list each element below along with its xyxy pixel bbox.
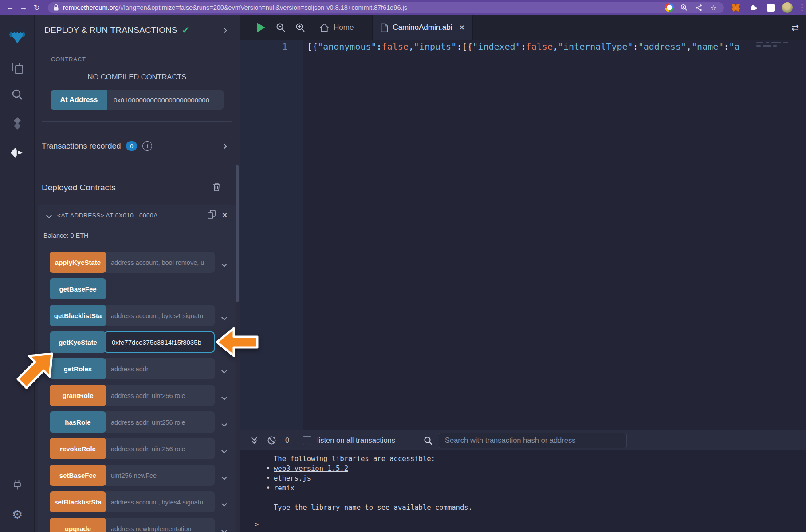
terminal-text: The following libraries are accessible:: [274, 454, 806, 464]
file-explorer-icon[interactable]: [8, 59, 27, 78]
back-arrow-icon[interactable]: ←: [4, 3, 17, 12]
function-button[interactable]: getBlacklistSta: [50, 305, 106, 326]
terminal-prompt[interactable]: >: [255, 520, 806, 529]
plugin-manager-icon[interactable]: [8, 475, 27, 495]
expand-args-control[interactable]: [222, 473, 226, 481]
info-icon[interactable]: i: [142, 141, 152, 151]
trash-icon[interactable]: [212, 182, 221, 193]
tab-close-icon[interactable]: ×: [460, 23, 464, 32]
extensions-puzzle-icon[interactable]: [748, 3, 759, 12]
collapse-terminal-double-chevron-icon[interactable]: [250, 436, 258, 445]
swap-panel-icon[interactable]: ⇄: [791, 22, 799, 33]
function-args-input[interactable]: [104, 438, 215, 459]
expand-args-control[interactable]: [222, 313, 226, 321]
metamask-fox-icon[interactable]: [731, 3, 741, 12]
home-icon: [319, 23, 329, 32]
contract-card-header[interactable]: <AT ADDRESS> AT 0X010...0000A ×: [38, 206, 236, 224]
function-args-input[interactable]: [104, 305, 215, 326]
transactions-recorded-row: Transactions recorded 0 i: [42, 138, 232, 154]
function-button[interactable]: revokeRole: [50, 438, 106, 459]
copy-icon[interactable]: [207, 209, 216, 221]
terminal-search-input[interactable]: [439, 433, 627, 448]
function-args-input[interactable]: [104, 465, 215, 486]
code-line-1[interactable]: [{"anonymous":false,"inputs":[{"indexed"…: [307, 41, 757, 52]
terminal-text: Type the library name to see available c…: [274, 503, 806, 512]
function-button[interactable]: upgrade: [50, 518, 106, 532]
expand-args-control[interactable]: [222, 393, 226, 401]
deploy-and-run-icon[interactable]: [8, 144, 27, 163]
search-icon[interactable]: [8, 85, 27, 104]
transactions-expand-chevron-icon[interactable]: [221, 143, 227, 149]
function-args-input[interactable]: [104, 358, 215, 379]
expand-args-control[interactable]: [222, 500, 226, 508]
code-area[interactable]: 1 [{"anonymous":false,"inputs":[{"indexe…: [240, 40, 806, 430]
function-args-input[interactable]: [104, 518, 215, 532]
chevron-down-icon: [221, 368, 227, 374]
expand-args-control[interactable]: [222, 526, 226, 532]
terminal-toolbar: 0 listen on all transactions: [240, 430, 806, 450]
zoom-in-icon[interactable]: [295, 23, 305, 32]
function-button[interactable]: getBaseFee: [50, 278, 106, 299]
divider: [42, 121, 232, 122]
function-button[interactable]: setBaseFee: [50, 465, 106, 486]
address-bar[interactable]: remix.ethereum.org/#lang=en&optimize=fal…: [48, 2, 724, 13]
chevron-down-icon: [221, 315, 227, 320]
reload-icon[interactable]: ↻: [30, 3, 43, 12]
zoom-out-icon[interactable]: [276, 23, 286, 32]
function-args-input[interactable]: [104, 331, 215, 353]
function-args-input[interactable]: [104, 491, 215, 512]
line-number-gutter: [240, 40, 303, 430]
terminal-panel: 0 listen on all transactions The followi…: [240, 430, 806, 532]
terminal-link[interactable]: ethers.js: [274, 473, 806, 483]
zoom-icon[interactable]: [679, 4, 689, 12]
function-row: setBlacklistSta: [50, 491, 215, 512]
terminal-output: The following libraries are accessible: …: [240, 450, 806, 529]
collapse-chevron-icon[interactable]: [46, 213, 52, 218]
share-icon[interactable]: [693, 4, 704, 12]
minimap[interactable]: [756, 42, 794, 48]
panel-title: DEPLOY & RUN TRANSACTIONS: [44, 25, 177, 35]
divider: [35, 171, 240, 171]
panel-expand-chevron-icon[interactable]: [221, 28, 227, 33]
google-icon[interactable]: [664, 3, 675, 12]
tab-caminoadmin-abi[interactable]: CaminoAdmin.abi ×: [372, 15, 472, 40]
avatar[interactable]: [782, 2, 793, 13]
expand-args-control[interactable]: [222, 420, 226, 428]
close-icon[interactable]: ×: [222, 210, 227, 220]
expand-args-control[interactable]: [222, 260, 226, 268]
browser-toolbar: ← → ↻ remix.ethereum.org/#lang=en&optimi…: [0, 0, 806, 15]
function-button[interactable]: applyKycState: [50, 252, 106, 273]
function-args-input[interactable]: [104, 411, 215, 433]
function-args-input[interactable]: [104, 385, 215, 406]
function-args-input[interactable]: [104, 252, 215, 273]
expand-args-control[interactable]: [222, 446, 226, 454]
at-address-button[interactable]: At Address: [51, 90, 107, 110]
editor-area: Home CaminoAdmin.abi × ⇄ 1 [{"anonymous"…: [240, 15, 806, 430]
transactions-recorded-label: Transactions recorded: [42, 142, 121, 151]
chevron-down-icon: [221, 474, 227, 480]
success-check-icon: ✓: [182, 25, 190, 35]
bookmark-star-icon[interactable]: ☆: [708, 4, 719, 12]
menu-dots-icon[interactable]: ⋮: [798, 3, 806, 12]
settings-gear-icon[interactable]: ⚙: [8, 505, 27, 524]
annotation-arrow-left-at-getkycstate-input: [215, 326, 259, 358]
panel-scrollbar-thumb[interactable]: [236, 165, 239, 302]
expand-args-control[interactable]: [222, 366, 226, 374]
annotation-arrow-up-right-at-getkycstate-button: [12, 344, 63, 395]
deploy-run-panel: DEPLOY & RUN TRANSACTIONS ✓ CONTRACT NO …: [35, 15, 240, 532]
tab-home[interactable]: Home: [311, 15, 362, 40]
solidity-compiler-icon[interactable]: [8, 114, 27, 133]
run-script-play-icon[interactable]: [256, 22, 266, 33]
clear-console-ban-icon[interactable]: [267, 436, 276, 445]
function-button[interactable]: setBlacklistSta: [50, 491, 106, 512]
forward-arrow-icon[interactable]: →: [17, 3, 30, 12]
at-address-input[interactable]: [107, 90, 224, 110]
sidebar-square-icon[interactable]: [765, 4, 776, 12]
remix-logo-icon[interactable]: [8, 25, 27, 45]
terminal-library-list: web3 version 1.5.2ethers.jsremix: [274, 464, 806, 493]
listen-checkbox[interactable]: [303, 436, 311, 445]
terminal-text: remix: [274, 483, 806, 493]
lock-icon: [53, 4, 59, 11]
function-button[interactable]: hasRole: [50, 411, 106, 433]
terminal-link[interactable]: web3 version 1.5.2: [274, 464, 806, 473]
